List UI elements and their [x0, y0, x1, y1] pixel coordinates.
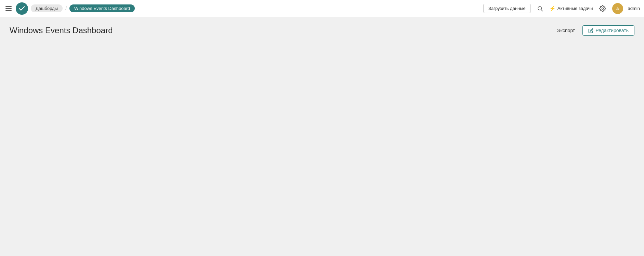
breadcrumb-parent-link[interactable]: Дашборды [31, 4, 63, 12]
hamburger-menu-button[interactable] [4, 5, 13, 12]
username-label[interactable]: admin [628, 6, 640, 11]
header: Дашборды / Windows Events Dashboard Загр… [0, 0, 644, 17]
svg-point-2 [602, 8, 603, 9]
active-tasks-label: Активные задачи [557, 6, 593, 11]
active-tasks-area[interactable]: ⚡ Активные задачи [549, 5, 593, 12]
settings-button[interactable] [598, 4, 607, 13]
lightning-icon: ⚡ [549, 5, 556, 12]
avatar[interactable]: a [612, 3, 623, 14]
search-button[interactable] [536, 4, 544, 13]
breadcrumb-separator: / [65, 6, 67, 11]
edit-icon [588, 28, 593, 33]
settings-icon [599, 5, 606, 12]
load-data-button[interactable]: Загрузить данные [483, 4, 531, 13]
edit-label: Редактировать [595, 28, 629, 33]
header-right: Загрузить данные ⚡ Активные задачи a adm… [483, 3, 640, 14]
app-logo [16, 2, 28, 15]
search-icon [537, 5, 543, 12]
content-area [10, 42, 634, 248]
header-left: Дашборды / Windows Events Dashboard [4, 2, 480, 15]
page-title: Windows Events Dashboard [10, 26, 113, 35]
page-header-row: Windows Events Dashboard Экспорт Редакти… [10, 25, 634, 36]
main-content: Windows Events Dashboard Экспорт Редакти… [0, 17, 644, 256]
page-actions: Экспорт Редактировать [554, 25, 634, 36]
export-button[interactable]: Экспорт [554, 26, 579, 35]
breadcrumb-current: Windows Events Dashboard [69, 4, 135, 12]
edit-button[interactable]: Редактировать [582, 25, 634, 36]
svg-line-1 [541, 10, 542, 11]
